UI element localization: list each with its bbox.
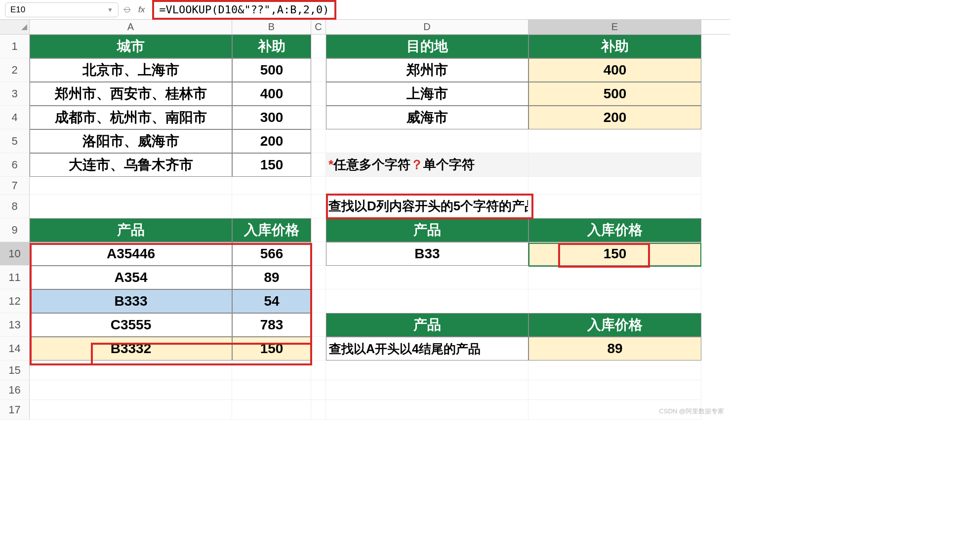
row-header-14[interactable]: 14 bbox=[0, 337, 30, 360]
row-header-3[interactable]: 3 bbox=[0, 82, 30, 106]
cell-A10[interactable]: A35446 bbox=[30, 242, 232, 266]
cell-C10[interactable] bbox=[311, 242, 326, 266]
cell-C16[interactable] bbox=[311, 380, 326, 400]
cell-E15[interactable] bbox=[528, 360, 701, 380]
row-header-7[interactable]: 7 bbox=[0, 177, 30, 195]
cell-B1[interactable]: 补助 bbox=[232, 35, 311, 58]
cell-A17[interactable] bbox=[30, 400, 232, 420]
cell-D9[interactable]: 产品 bbox=[326, 218, 528, 242]
col-header-E[interactable]: E bbox=[528, 20, 701, 34]
cell-E4[interactable]: 200 bbox=[528, 106, 701, 129]
cell-A11[interactable]: A354 bbox=[30, 266, 232, 289]
cell-A7[interactable] bbox=[30, 177, 232, 195]
row-header-11[interactable]: 11 bbox=[0, 266, 30, 289]
cell-B3[interactable]: 400 bbox=[232, 82, 311, 106]
cell-C15[interactable] bbox=[311, 360, 326, 380]
cell-B6[interactable]: 150 bbox=[232, 153, 311, 177]
row-header-6[interactable]: 6 bbox=[0, 153, 30, 177]
cell-E10[interactable]: 150 bbox=[528, 242, 701, 266]
cell-C9[interactable] bbox=[311, 218, 326, 242]
name-box[interactable]: E10 ▼ bbox=[5, 2, 119, 17]
row-header-10[interactable]: 10 bbox=[0, 242, 30, 266]
cell-A16[interactable] bbox=[30, 380, 232, 400]
cell-C6[interactable] bbox=[311, 153, 326, 177]
select-all-corner[interactable] bbox=[0, 20, 30, 34]
cell-E2[interactable]: 400 bbox=[528, 58, 701, 82]
row-header-17[interactable]: 17 bbox=[0, 400, 30, 420]
cell-C7[interactable] bbox=[311, 177, 326, 195]
cell-A5[interactable]: 洛阳市、威海市 bbox=[30, 129, 232, 153]
cell-E14[interactable]: 89 bbox=[528, 337, 701, 360]
row-header-4[interactable]: 4 bbox=[0, 106, 30, 129]
cell-B7[interactable] bbox=[232, 177, 311, 195]
row-header-1[interactable]: 1 bbox=[0, 35, 30, 58]
cell-B13[interactable]: 783 bbox=[232, 313, 311, 337]
cell-A3[interactable]: 郑州市、西安市、桂林市 bbox=[30, 82, 232, 106]
cell-A12[interactable]: B333 bbox=[30, 289, 232, 313]
cell-B15[interactable] bbox=[232, 360, 311, 380]
cell-A9[interactable]: 产品 bbox=[30, 218, 232, 242]
cell-B8[interactable] bbox=[232, 195, 311, 218]
cell-B16[interactable] bbox=[232, 380, 311, 400]
row-header-2[interactable]: 2 bbox=[0, 58, 30, 82]
cancel-icon[interactable]: ⦵ bbox=[123, 5, 131, 14]
cell-C3[interactable] bbox=[311, 82, 326, 106]
cell-D2[interactable]: 郑州市 bbox=[326, 58, 528, 82]
cell-E16[interactable] bbox=[528, 380, 701, 400]
cell-E12[interactable] bbox=[528, 289, 701, 313]
cell-E11[interactable] bbox=[528, 266, 701, 289]
cell-D3[interactable]: 上海市 bbox=[326, 82, 528, 106]
row-header-15[interactable]: 15 bbox=[0, 360, 30, 380]
cell-B9[interactable]: 入库价格 bbox=[232, 218, 311, 242]
cell-D17[interactable] bbox=[326, 400, 528, 420]
cell-A6[interactable]: 大连市、乌鲁木齐市 bbox=[30, 153, 232, 177]
cell-E6[interactable] bbox=[528, 153, 701, 177]
col-header-B[interactable]: B bbox=[232, 20, 311, 34]
cell-D7[interactable] bbox=[326, 177, 528, 195]
col-header-A[interactable]: A bbox=[30, 20, 232, 34]
cell-E8[interactable] bbox=[528, 195, 701, 218]
cell-B2[interactable]: 500 bbox=[232, 58, 311, 82]
cell-C17[interactable] bbox=[311, 400, 326, 420]
cell-D14[interactable]: 查找以A开头以4结尾的产品 bbox=[326, 337, 528, 360]
cell-C14[interactable] bbox=[311, 337, 326, 360]
cell-D8[interactable]: 查找以D列内容开头的5个字符的产品 bbox=[326, 195, 528, 218]
row-header-12[interactable]: 12 bbox=[0, 289, 30, 313]
fx-icon[interactable]: fx bbox=[138, 5, 145, 15]
cell-A4[interactable]: 成都市、杭州市、南阳市 bbox=[30, 106, 232, 129]
cell-D6[interactable]: * 任意多个字符 ？ 单个字符 bbox=[326, 153, 528, 177]
cell-E1[interactable]: 补助 bbox=[528, 35, 701, 58]
cell-C11[interactable] bbox=[311, 266, 326, 289]
row-header-8[interactable]: 8 bbox=[0, 195, 30, 218]
cell-C4[interactable] bbox=[311, 106, 326, 129]
cell-C1[interactable] bbox=[311, 35, 326, 58]
cell-C13[interactable] bbox=[311, 313, 326, 337]
cell-A15[interactable] bbox=[30, 360, 232, 380]
cell-B11[interactable]: 89 bbox=[232, 266, 311, 289]
cell-C8[interactable] bbox=[311, 195, 326, 218]
cell-D4[interactable]: 威海市 bbox=[326, 106, 528, 129]
row-header-16[interactable]: 16 bbox=[0, 380, 30, 400]
col-header-D[interactable]: D bbox=[326, 20, 528, 34]
cell-B17[interactable] bbox=[232, 400, 311, 420]
cell-B12[interactable]: 54 bbox=[232, 289, 311, 313]
cell-B5[interactable]: 200 bbox=[232, 129, 311, 153]
cell-A14[interactable]: B3332 bbox=[30, 337, 232, 360]
cell-B10[interactable]: 566 bbox=[232, 242, 311, 266]
cell-D11[interactable] bbox=[326, 266, 528, 289]
row-header-9[interactable]: 9 bbox=[0, 218, 30, 242]
cell-D5[interactable] bbox=[326, 129, 528, 153]
cell-A13[interactable]: C3555 bbox=[30, 313, 232, 337]
cell-E7[interactable] bbox=[528, 177, 701, 195]
cell-D15[interactable] bbox=[326, 360, 528, 380]
cell-E13[interactable]: 入库价格 bbox=[528, 313, 701, 337]
cell-C12[interactable] bbox=[311, 289, 326, 313]
cell-D10[interactable]: B33 bbox=[326, 242, 528, 266]
cell-C5[interactable] bbox=[311, 129, 326, 153]
cell-D13[interactable]: 产品 bbox=[326, 313, 528, 337]
cell-C2[interactable] bbox=[311, 58, 326, 82]
row-header-13[interactable]: 13 bbox=[0, 313, 30, 337]
cell-E9[interactable]: 入库价格 bbox=[528, 218, 701, 242]
cell-A8[interactable] bbox=[30, 195, 232, 218]
cell-D1[interactable]: 目的地 bbox=[326, 35, 528, 58]
